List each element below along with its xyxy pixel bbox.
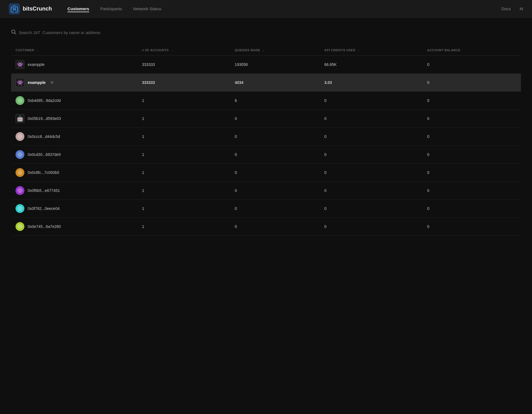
api-credits-cell: 0 (320, 91, 423, 109)
customer-cell-1: 👾exampple (11, 55, 137, 73)
queries-cell: 0 (230, 199, 320, 217)
balance-cell: 0 (423, 181, 521, 199)
customer-cell-8: 0x0f6b5...e677451 (11, 181, 137, 199)
avatar: 🤖 (16, 114, 24, 123)
sort-icon-accounts: ↕ (172, 49, 173, 52)
queries-cell: 0 (230, 163, 320, 181)
col-header-customer[interactable]: CUSTOMER ↕ (11, 45, 137, 55)
accounts-cell: 1 (137, 163, 230, 181)
search-icon (11, 29, 16, 36)
table-row[interactable]: 0x0c8fc...7c093b51000 (11, 163, 521, 181)
avatar (16, 150, 24, 159)
customer-cell-9: 0x0f782...0eece04 (11, 199, 137, 217)
nav-right: Docs M (501, 5, 523, 12)
avatar (16, 204, 24, 213)
customer-name: 0x0ccc8...d44dc5d (28, 134, 60, 139)
nav-participants[interactable]: Participants (100, 5, 122, 12)
avatar: 👾 (16, 60, 24, 69)
balance-cell: 0 (423, 73, 521, 91)
balance-cell: 0 (423, 91, 521, 109)
queries-cell: 0 (230, 127, 320, 145)
table-row[interactable]: 🤖0x05b19...d593e031000 (11, 109, 521, 127)
accounts-cell: 1 (137, 217, 230, 235)
svg-rect-1 (13, 7, 14, 9)
queries-cell: 193058 (230, 55, 320, 73)
customer-cell-3: 0xb4d95...9da2c0d (11, 91, 137, 109)
customer-name: 0x0cd30...6837de9 (28, 152, 61, 157)
col-header-queries[interactable]: QUERIES MADE ↕ (230, 45, 320, 55)
col-header-api-credits[interactable]: API CREDITS USED ↕ (320, 45, 423, 55)
search-input[interactable] (19, 30, 130, 35)
customer-name: 0xb4d95...9da2c0d (28, 98, 61, 103)
customer-name: exampple (28, 62, 45, 67)
table-row[interactable]: 0xb4d95...9da2c0d1600 (11, 91, 521, 109)
customer-name: 0x0f782...0eece04 (28, 206, 60, 211)
accounts-cell: 333333 (137, 73, 230, 91)
accounts-cell: 333333 (137, 55, 230, 73)
accounts-cell: 1 (137, 181, 230, 199)
logo-text: bitsCrunch (23, 6, 52, 12)
balance-cell: 0 (423, 199, 521, 217)
customer-cell-5: 0x0ccc8...d44dc5d (11, 127, 137, 145)
balance-cell: 0 (423, 109, 521, 127)
accounts-cell: 1 (137, 91, 230, 109)
api-credits-cell: 66.65K (320, 55, 423, 73)
table-row[interactable]: 👾exampple⧉33333340343.030 (11, 73, 521, 91)
nav-network-status[interactable]: Network Status (133, 5, 161, 12)
accounts-cell: 1 (137, 145, 230, 163)
nav-docs[interactable]: Docs (501, 5, 511, 12)
queries-cell: 0 (230, 217, 320, 235)
customer-name: 0x0c8fc...7c093b5 (28, 170, 59, 175)
table-header-row: CUSTOMER ↕ # OF ACCOUNTS ↕ QUERIES MADE … (11, 45, 521, 55)
table-row[interactable]: 0x0e745...6a7e2801000 (11, 217, 521, 235)
customer-name: 0x05b19...d593e03 (28, 116, 61, 121)
copy-icon[interactable]: ⧉ (51, 80, 53, 85)
nav-more[interactable]: M (520, 5, 523, 12)
customer-cell-6: 0x0cd30...6837de9 (11, 145, 137, 163)
api-credits-cell: 0 (320, 145, 423, 163)
api-credits-cell: 3.03 (320, 73, 423, 91)
balance-cell: 0 (423, 127, 521, 145)
table-row[interactable]: 0x0f782...0eece041000 (11, 199, 521, 217)
customer-cell-4: 🤖0x05b19...d593e03 (11, 109, 137, 127)
api-credits-cell: 0 (320, 217, 423, 235)
balance-cell: 0 (423, 217, 521, 235)
accounts-cell: 1 (137, 199, 230, 217)
svg-marker-0 (11, 6, 18, 13)
customer-name: 0x0f6b5...e677451 (28, 188, 60, 193)
navbar: bitsCrunch Customers Participants Networ… (0, 0, 532, 18)
col-header-accounts[interactable]: # OF ACCOUNTS ↕ (137, 45, 230, 55)
api-credits-cell: 0 (320, 199, 423, 217)
balance-cell: 0 (423, 55, 521, 73)
avatar: 👾 (16, 78, 24, 87)
logo-icon (9, 3, 20, 14)
table-row[interactable]: 0x0cd30...6837de91000 (11, 145, 521, 163)
customer-name: exampple (28, 80, 46, 85)
sort-icon-customer: ↕ (37, 49, 39, 52)
customers-table: CUSTOMER ↕ # OF ACCOUNTS ↕ QUERIES MADE … (11, 45, 521, 236)
table-row[interactable]: 0x0f6b5...e6774511000 (11, 181, 521, 199)
svg-rect-4 (15, 9, 16, 10)
accounts-cell: 1 (137, 109, 230, 127)
svg-rect-2 (15, 7, 16, 9)
sort-icon-queries: ↕ (263, 49, 265, 52)
table-row[interactable]: 👾exampple33333319305866.65K0 (11, 55, 521, 73)
svg-point-5 (12, 30, 15, 33)
api-credits-cell: 0 (320, 109, 423, 127)
balance-cell: 0 (423, 163, 521, 181)
queries-cell: 0 (230, 181, 320, 199)
table-row[interactable]: 0x0ccc8...d44dc5d1000 (11, 127, 521, 145)
customer-cell-10: 0x0e745...6a7e280 (11, 217, 137, 235)
col-header-balance: ACCOUNT BALANCE (423, 45, 521, 55)
logo-area: bitsCrunch (9, 3, 52, 14)
api-credits-cell: 0 (320, 163, 423, 181)
nav-customers[interactable]: Customers (68, 5, 89, 12)
customer-cell-2: 👾exampple⧉ (11, 73, 137, 91)
avatar (16, 132, 24, 141)
accounts-cell: 1 (137, 127, 230, 145)
balance-cell: 0 (423, 145, 521, 163)
avatar (16, 168, 24, 177)
sort-icon-api-credits: ↕ (358, 49, 360, 52)
api-credits-cell: 0 (320, 181, 423, 199)
avatar (16, 186, 24, 195)
